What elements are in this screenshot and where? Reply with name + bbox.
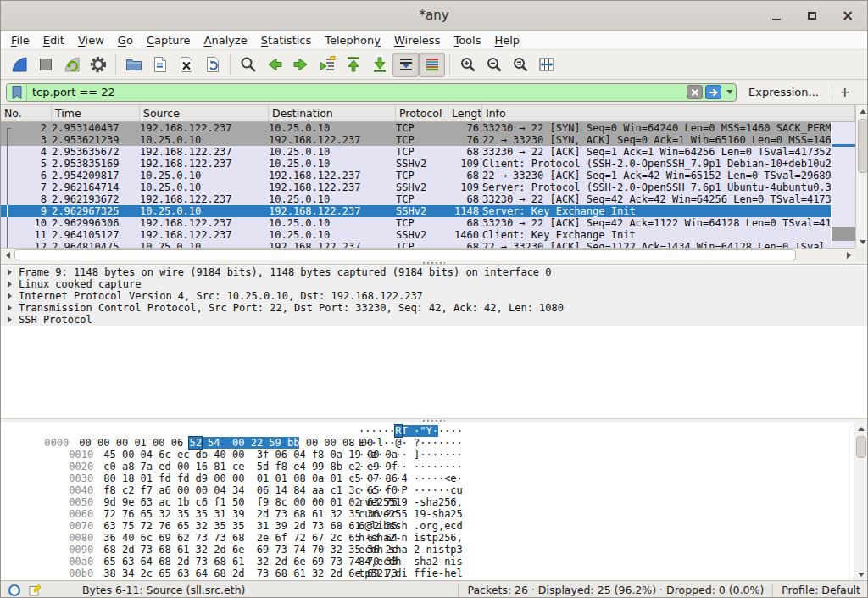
packet-row[interactable]: 2 2.953140437 192.168.122.237 10.25.0.10… [1, 122, 831, 134]
go-first-button[interactable] [340, 53, 366, 77]
hex-row[interactable]: 00509d 9e 63 ac 1b c6 f1 50 f9 8c 00 00 … [1, 484, 867, 496]
vertical-scroll-thumb[interactable] [858, 119, 868, 173]
profile-status[interactable]: Profile: Default [782, 584, 860, 596]
expander-triangle-icon[interactable] [8, 316, 12, 323]
hex-row[interactable]: 006072 76 65 32 35 35 31 39 2d 73 68 61 … [1, 496, 867, 508]
menu-item[interactable]: Edit [36, 32, 71, 48]
menu-item[interactable]: Capture [140, 32, 198, 48]
menu-item[interactable]: File [4, 32, 36, 48]
hex-row[interactable]: 00b038 34 2c 65 63 64 68 2d 73 68 61 32 … [1, 556, 867, 567]
expander-triangle-icon[interactable] [8, 293, 12, 299]
menu-item[interactable]: Go [111, 32, 140, 48]
scroll-down-button[interactable] [854, 568, 867, 580]
stop-capture-button[interactable] [32, 53, 58, 77]
packet-row[interactable]: 12 2.964810475 10.25.0.10 192.168.122.23… [1, 241, 831, 248]
hex-row[interactable]: 009068 2d 73 68 61 32 2d 6e 69 73 74 70 … [1, 532, 867, 544]
menu-item[interactable]: View [71, 32, 111, 48]
expander-triangle-icon[interactable] [8, 305, 12, 311]
go-back-button[interactable] [261, 53, 287, 77]
reload-file-button[interactable] [199, 53, 225, 77]
packet-row[interactable]: 10 2.962996306 192.168.122.237 10.25.0.1… [1, 217, 831, 229]
menu-item[interactable]: Help [487, 32, 526, 48]
close-button[interactable]: × [837, 6, 859, 26]
hex-row[interactable]: 001045 00 04 6c ec db 40 00 3f 06 04 f8 … [1, 437, 867, 449]
menu-item[interactable]: Statistics [254, 32, 318, 48]
display-filter-input[interactable]: tcp.port == 22 [6, 83, 737, 102]
detail-row[interactable]: SSH Protocol [1, 314, 867, 326]
filter-bookmark-button[interactable] [7, 84, 27, 101]
packet-row[interactable]: 4 2.953635672 192.168.122.237 10.25.0.10… [1, 146, 831, 158]
scroll-up-button[interactable] [856, 105, 868, 117]
bytes-vertical-scrollbar[interactable] [854, 422, 867, 580]
capture-comment-button[interactable] [28, 584, 42, 597]
column-header-protocol[interactable]: Protocol [396, 105, 448, 121]
capture-options-button[interactable] [85, 53, 111, 77]
auto-scroll-toggle[interactable] [392, 53, 419, 77]
zoom-original-icon [511, 55, 530, 74]
go-to-packet-button[interactable] [314, 53, 340, 77]
column-header-source[interactable]: Source [140, 105, 269, 121]
hex-row[interactable]: 007063 75 72 76 65 32 35 35 31 39 2d 73 … [1, 508, 867, 520]
detail-row[interactable]: Transmission Control Protocol, Src Port:… [1, 302, 867, 314]
save-file-button[interactable] [147, 53, 173, 77]
maximize-button[interactable] [801, 6, 823, 26]
zoom-original-button[interactable] [507, 53, 533, 77]
scroll-up-button[interactable] [854, 422, 867, 434]
expression-button[interactable]: Expression... [748, 86, 819, 98]
expert-info-button[interactable] [8, 584, 21, 597]
packet-row[interactable]: 7 2.962164714 10.25.0.10 192.168.122.237… [1, 182, 831, 193]
open-file-button[interactable] [120, 53, 147, 77]
hex-row[interactable]: 00a065 63 64 68 2d 73 68 61 32 2d 6e 69 … [1, 544, 867, 556]
packet-row[interactable]: 3 2.953621239 10.25.0.10 192.168.122.237… [1, 134, 831, 146]
expander-triangle-icon[interactable] [8, 269, 12, 276]
menu-item[interactable]: Telephony [318, 32, 387, 48]
scroll-left-button[interactable] [1, 249, 14, 261]
packet-row[interactable]: 11 2.964105127 192.168.122.237 10.25.0.1… [1, 229, 831, 241]
scroll-down-button[interactable] [856, 236, 868, 248]
menu-item[interactable]: Tools [447, 32, 487, 48]
packet-list-horizontal-scrollbar[interactable] [1, 248, 855, 261]
column-header-destination[interactable]: Destination [269, 105, 396, 121]
packet-row[interactable]: 9 2.962967325 10.25.0.10 192.168.122.237… [1, 205, 831, 217]
expander-triangle-icon[interactable] [8, 281, 12, 288]
detail-row[interactable]: Linux cooked capture [1, 278, 867, 290]
hex-row[interactable]: 0040f8 c2 f7 a6 00 00 04 34 06 14 84 aa … [1, 472, 867, 484]
filter-history-dropdown[interactable] [724, 90, 736, 94]
packet-row[interactable]: 6 2.954209817 10.25.0.10 192.168.122.237… [1, 170, 831, 182]
go-last-button[interactable] [366, 53, 392, 77]
hex-row[interactable]: 0020c0 a8 7a ed 00 16 81 ce 5d f8 e4 99 … [1, 449, 867, 461]
detail-row[interactable]: Internet Protocol Version 4, Src: 10.25.… [1, 290, 867, 302]
go-forward-button[interactable] [287, 53, 314, 77]
packet-list-vertical-scrollbar[interactable] [855, 105, 868, 248]
menu-item[interactable]: Wireless [387, 32, 447, 48]
find-packet-button[interactable] [235, 53, 261, 77]
hex-row[interactable]: 003080 18 01 fd fd d9 00 00 01 01 08 0a … [1, 461, 867, 472]
intelligent-scrollbar-minimap[interactable] [831, 122, 855, 248]
close-file-button[interactable] [173, 53, 199, 77]
start-capture-button[interactable] [6, 53, 32, 77]
add-filter-button[interactable]: + [832, 85, 857, 100]
hex-row[interactable]: 00c074 70 35 32 31 2c 64 69 66 66 69 65 … [1, 567, 867, 579]
detail-row[interactable]: Frame 9: 1148 bytes on wire (9184 bits),… [1, 266, 867, 278]
column-header-length[interactable]: Length [448, 105, 482, 121]
colorize-toggle[interactable] [419, 53, 445, 77]
zoom-out-button[interactable] [481, 53, 507, 77]
column-header-time[interactable]: Time [52, 105, 140, 121]
packet-row[interactable]: 5 2.953835169 192.168.122.237 10.25.0.10… [1, 158, 831, 170]
minimize-button[interactable] [765, 6, 787, 26]
column-header-no[interactable]: No. [1, 105, 52, 121]
hex-row[interactable]: 008036 40 6c 69 62 73 73 68 2e 6f 72 67 … [1, 520, 867, 532]
zoom-in-button[interactable] [454, 53, 481, 77]
horizontal-scroll-thumb[interactable] [14, 249, 796, 260]
restart-capture-button[interactable] [58, 53, 85, 77]
resize-columns-button[interactable] [533, 53, 559, 77]
filter-apply-button[interactable] [705, 85, 721, 99]
hex-row[interactable]: 000000 00 00 01 00 06 52 54 00 22 59 bb … [1, 425, 867, 437]
scroll-right-button[interactable] [842, 249, 855, 261]
filter-clear-button[interactable] [687, 85, 703, 99]
packet-row[interactable]: 8 2.962193672 192.168.122.237 10.25.0.10… [1, 193, 831, 205]
menu-item[interactable]: Analyze [198, 32, 254, 48]
bytes-scroll-thumb[interactable] [856, 436, 866, 458]
filter-expression-text[interactable]: tcp.port == 22 [27, 86, 687, 98]
column-header-info[interactable]: Info [482, 105, 855, 121]
